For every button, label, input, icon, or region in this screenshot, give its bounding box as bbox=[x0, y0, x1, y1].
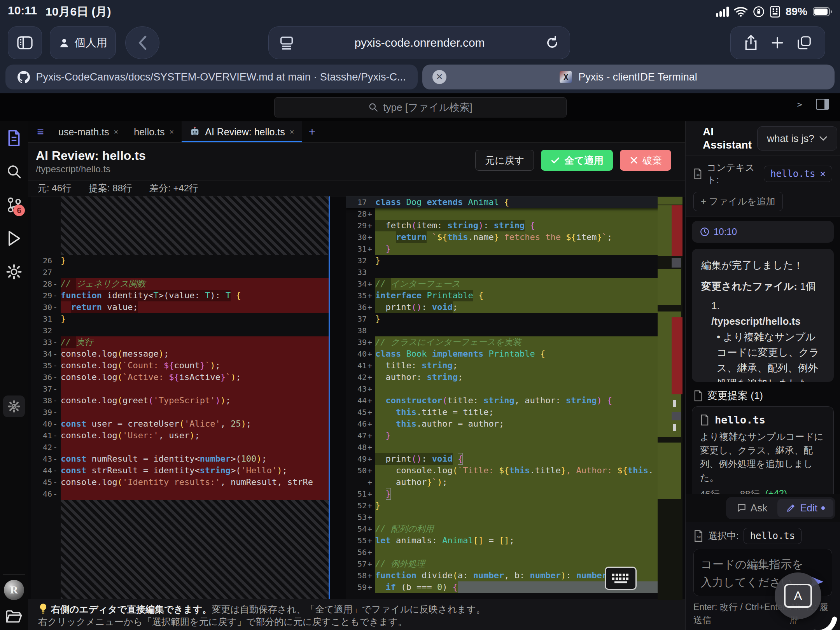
proposed-code-line-wrap[interactable]: + author}`); bbox=[346, 476, 682, 488]
original-code-line-46[interactable]: 46- bbox=[31, 488, 329, 500]
proposed-code-line-43[interactable]: 43+ bbox=[346, 383, 682, 395]
diff-pane-proposed[interactable]: 17class Dog extends Animal {28+29+ fetch… bbox=[346, 196, 682, 600]
proposed-code-line-38[interactable]: 38 bbox=[346, 325, 682, 336]
proposed-code-line-46[interactable]: 46+ this.author = author; bbox=[346, 418, 682, 430]
proposed-code-line-54[interactable]: 54+// 配列の利用 bbox=[346, 523, 682, 535]
proposed-code-line-39[interactable]: 39+// クラスにインターフェースを実装 bbox=[346, 336, 682, 348]
proposed-code-line-37[interactable]: 37} bbox=[346, 313, 682, 325]
original-code-line-27[interactable]: 27 bbox=[31, 266, 329, 278]
original-code-line-45[interactable]: 45-console.log('Identity results:', numR… bbox=[31, 476, 329, 488]
revert-button[interactable]: 元に戻す bbox=[475, 150, 534, 171]
proposed-code-line-52[interactable]: 52+} bbox=[346, 500, 682, 511]
tab-close-icon[interactable]: × bbox=[114, 128, 119, 136]
keyboard-toggle-button[interactable] bbox=[605, 567, 637, 590]
apply-all-button[interactable]: 全て適用 bbox=[541, 150, 613, 171]
original-code-line-29[interactable]: 29-function identity<T>(value: T): T { bbox=[31, 290, 329, 301]
profile-button[interactable]: 個人用 bbox=[50, 26, 116, 59]
user-avatar[interactable]: R bbox=[0, 577, 28, 603]
editor-tab-use-math-ts[interactable]: use-math.ts× bbox=[51, 121, 126, 142]
add-file-button[interactable]: + ファイルを追加 bbox=[693, 192, 783, 211]
editor-tab-ai-review-hello-ts[interactable]: AI Review: hello.ts× bbox=[182, 121, 302, 142]
proposed-code-line-44[interactable]: 44+ constructor(title: string, author: s… bbox=[346, 395, 682, 406]
proposed-code-line-49[interactable]: 49+ print(): void { bbox=[346, 453, 682, 465]
tabs-icon[interactable] bbox=[797, 36, 811, 50]
original-code-line-38[interactable]: 38-console.log(greet('TypeScript')); bbox=[31, 395, 329, 406]
back-button[interactable] bbox=[125, 26, 159, 59]
proposed-code-line-56[interactable]: 56+ bbox=[346, 546, 682, 558]
editor-menu-button[interactable]: ≡ bbox=[32, 121, 49, 142]
reload-icon[interactable] bbox=[545, 35, 560, 50]
diff-divider[interactable] bbox=[329, 196, 330, 600]
original-code-line-37[interactable]: 37- bbox=[31, 383, 329, 395]
context-file-chip[interactable]: hello.ts× bbox=[764, 166, 832, 182]
sidebar-item-source-control[interactable]: 6 bbox=[0, 188, 28, 222]
proposed-code-line-28[interactable]: 28+ bbox=[346, 208, 682, 220]
mode-ask-button[interactable]: Ask bbox=[728, 499, 776, 517]
proposed-code-line-31[interactable]: 31+ } bbox=[346, 243, 682, 255]
mode-edit-button[interactable]: Edit bbox=[777, 499, 833, 517]
proposed-code-line-35[interactable]: 35+interface Printable { bbox=[346, 290, 682, 301]
proposed-code-line-47[interactable]: 47+ } bbox=[346, 430, 682, 441]
chat-area[interactable]: 10:10 編集が完了しました！ 変更されたファイル: 1個 1. /types… bbox=[686, 217, 840, 494]
diff-pane-original[interactable]: 26}2728-// ジェネリクス関数29-function identity<… bbox=[31, 196, 329, 600]
new-tab-icon[interactable] bbox=[771, 36, 784, 49]
original-code-line-39[interactable]: 39- bbox=[31, 406, 329, 418]
proposed-code-line-29[interactable]: 29+ fetch(item: string): string { bbox=[346, 220, 682, 231]
tab-close-icon[interactable]: ✕ bbox=[432, 70, 446, 84]
sidebar-item-settings[interactable] bbox=[0, 255, 28, 289]
original-code-line-33[interactable]: 33-// 実行 bbox=[31, 336, 329, 348]
proposed-code-line-48[interactable]: 48+ bbox=[346, 441, 682, 453]
proposed-code-line-34[interactable]: 34+// インターフェース bbox=[346, 278, 682, 290]
browser-tab-background[interactable]: Pyxis-CodeCanvas/docs/SYSTEM-OVERVIEW.md… bbox=[5, 65, 418, 89]
tab-close-icon[interactable]: × bbox=[170, 128, 174, 136]
proposed-code-line-40[interactable]: 40+class Book implements Printable { bbox=[346, 348, 682, 360]
original-code-line-35[interactable]: 35-console.log(`Count: ${count}`); bbox=[31, 360, 329, 371]
original-code-line-30[interactable]: 30- return value; bbox=[31, 301, 329, 313]
url-bar[interactable]: pyxis-code.onrender.com bbox=[268, 26, 570, 59]
proposed-code-line-53[interactable]: 53+ bbox=[346, 511, 682, 523]
proposed-code-line-51[interactable]: 51+ } bbox=[346, 488, 682, 500]
original-code-line-43[interactable]: 43-const numResult = identity<number>(10… bbox=[31, 453, 329, 465]
original-code-line-41[interactable]: 41-console.log('User:', user); bbox=[31, 430, 329, 441]
original-code-line-34[interactable]: 34-console.log(message); bbox=[31, 348, 329, 360]
panel-toggle-icon[interactable] bbox=[816, 99, 829, 110]
proposed-code-line-45[interactable]: 45+ this.title = title; bbox=[346, 406, 682, 418]
original-code-line-28[interactable]: 28-// ジェネリクス関数 bbox=[31, 278, 329, 290]
proposed-code-line-50[interactable]: 50+ console.log(`Title: ${this.title}, A… bbox=[346, 465, 682, 476]
original-code-line-26[interactable]: 26} bbox=[31, 255, 329, 266]
proposed-code-line-55[interactable]: 55+let animals: Animal[] = []; bbox=[346, 535, 682, 546]
open-folder-button[interactable] bbox=[0, 603, 28, 630]
editor-tab-hello-ts[interactable]: hello.ts× bbox=[126, 121, 182, 142]
proposed-code-line-17[interactable]: 17class Dog extends Animal { bbox=[346, 196, 682, 208]
chip-close-icon[interactable]: × bbox=[820, 168, 826, 179]
original-code-line-31[interactable]: 31} bbox=[31, 313, 329, 325]
tab-close-icon[interactable]: × bbox=[290, 128, 294, 136]
sidebar-toggle-button[interactable] bbox=[8, 26, 42, 59]
original-code-line-36[interactable]: 36-console.log(`Active: ${isActive}`); bbox=[31, 371, 329, 383]
proposed-code-line-30[interactable]: 30+ return `${this.name} fetches the ${i… bbox=[346, 231, 682, 243]
sidebar-item-run[interactable] bbox=[0, 222, 28, 255]
sidebar-item-operations[interactable] bbox=[0, 390, 28, 423]
share-icon[interactable] bbox=[744, 35, 758, 51]
sidebar-item-files[interactable] bbox=[0, 121, 28, 155]
proposed-code-line-33[interactable]: 33 bbox=[346, 266, 682, 278]
discard-button[interactable]: 破棄 bbox=[620, 150, 671, 171]
browser-tab-active[interactable]: ✕ X Pyxis - clientIDE Terminal bbox=[422, 65, 835, 89]
reader-icon[interactable] bbox=[279, 35, 294, 51]
original-code-line-44[interactable]: 44-const strResult = identity<string>('H… bbox=[31, 465, 329, 476]
file-search-input[interactable]: type [ファイル検索] bbox=[274, 97, 567, 117]
proposed-code-line-42[interactable]: 42+ author: string; bbox=[346, 371, 682, 383]
proposed-code-line-41[interactable]: 41+ title: string; bbox=[346, 360, 682, 371]
proposed-code-line-32[interactable]: 32} bbox=[346, 255, 682, 266]
proposed-code-line-36[interactable]: 36+ print(): void; bbox=[346, 301, 682, 313]
original-code-line-40[interactable]: 40-const user = createUser('Alice', 25); bbox=[31, 418, 329, 430]
terminal-toggle-icon[interactable]: >_ bbox=[797, 100, 808, 109]
minimap[interactable] bbox=[658, 196, 682, 600]
original-code-line-42[interactable]: 42- bbox=[31, 441, 329, 453]
original-code-line-32[interactable]: 32 bbox=[31, 325, 329, 336]
code-text: print(): void { bbox=[375, 453, 682, 465]
sidebar-item-search[interactable] bbox=[0, 155, 28, 188]
conversation-selector[interactable]: what is js? bbox=[757, 126, 837, 150]
selected-file-chip[interactable]: hello.ts bbox=[744, 528, 802, 544]
new-editor-tab-button[interactable]: + bbox=[304, 121, 321, 142]
